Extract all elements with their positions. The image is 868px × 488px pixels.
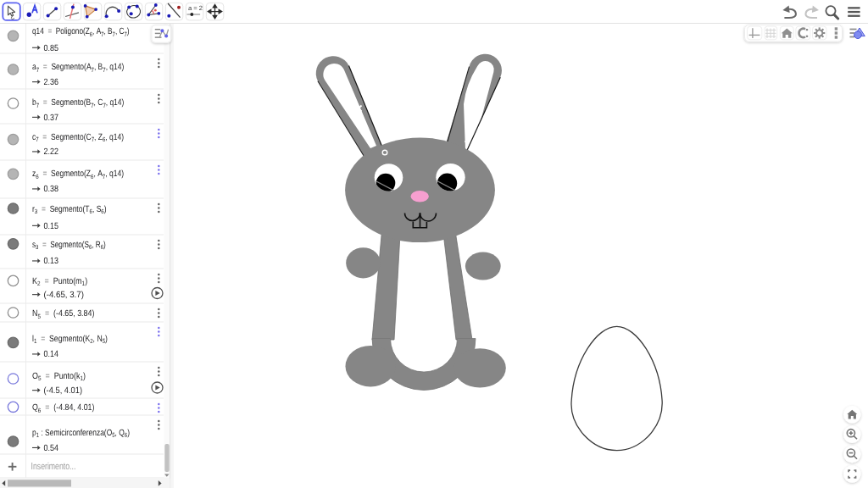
- svg-text:0.14: 0.14: [44, 349, 59, 359]
- svg-text:s3 = Segmento(S6, R6): s3 = Segmento(S6, R6): [32, 240, 106, 251]
- svg-text:0.37: 0.37: [44, 113, 59, 123]
- svg-text:z6 = Segmento(Z6, A7, q14): z6 = Segmento(Z6, A7, q14): [32, 169, 124, 180]
- svg-text:Q6 = (-4.84, 4.01): Q6 = (-4.84, 4.01): [32, 402, 94, 413]
- svg-text:0.54: 0.54: [44, 443, 59, 453]
- svg-text:Inserimento...: Inserimento...: [31, 462, 76, 472]
- svg-text:2.22: 2.22: [44, 147, 59, 157]
- svg-text:c7 = Segmento(C7, Z6, q14): c7 = Segmento(C7, Z6, q14): [32, 132, 124, 143]
- svg-text:2.36: 2.36: [44, 77, 59, 87]
- svg-text:r3 = Segmento(T6, S6): r3 = Segmento(T6, S6): [32, 204, 107, 215]
- svg-text:a7 = Segmento(A7, B7, q14): a7 = Segmento(A7, B7, q14): [32, 62, 124, 73]
- svg-text:0.85: 0.85: [44, 43, 59, 53]
- svg-text:q14 = Poligono(Z6, A7, B7, C: q14 = Poligono(Z6, A7, B7, C7): [32, 26, 130, 37]
- svg-text:0.38: 0.38: [44, 184, 59, 194]
- svg-text:p1 : Semicirconferenza(O5, Q6): p1 : Semicirconferenza(O5, Q6): [32, 428, 130, 439]
- svg-text:N5 = (-4.65, 3.84): N5 = (-4.65, 3.84): [32, 308, 94, 319]
- svg-text:(-4.65, 3.7): (-4.65, 3.7): [44, 290, 84, 300]
- svg-text:(-4.5, 4.01): (-4.5, 4.01): [44, 385, 82, 396]
- svg-text:K2 = Punto(m1): K2 = Punto(m1): [32, 276, 87, 287]
- svg-text:0.15: 0.15: [44, 221, 59, 231]
- svg-text:0.13: 0.13: [44, 256, 59, 266]
- svg-text:A: A: [476, 105, 481, 113]
- svg-text:A: A: [465, 136, 470, 144]
- svg-text:a = 2: a = 2: [188, 4, 203, 12]
- svg-text:l1 = Segmento(K2, N5): l1 = Segmento(K2, N5): [32, 334, 108, 345]
- svg-text:b7 = Segmento(B7, C7, q14): b7 = Segmento(B7, C7, q14): [32, 97, 124, 108]
